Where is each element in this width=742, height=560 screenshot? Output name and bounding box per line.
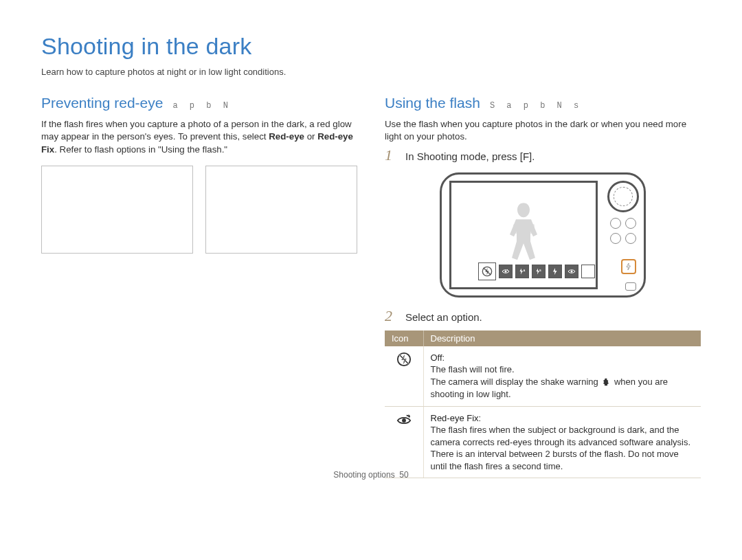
camera-screen: Auto A S (449, 181, 598, 289)
flash-redeye-fix-icon (499, 265, 513, 278)
section-heading-flash: Using the ﬂash (385, 95, 480, 111)
bold-redeye: Red-eye (269, 131, 304, 142)
flash-button-highlight (621, 259, 636, 274)
flash-off-icon (396, 352, 412, 367)
playback-button (625, 282, 636, 291)
page-subtitle: Learn how to capture photos at night or … (41, 67, 701, 77)
svg-point-9 (402, 418, 406, 423)
flash-blank-cell (581, 265, 595, 278)
mode-indicators-left: a p b N (172, 101, 231, 111)
option-line: The flash fires when the subject or back… (431, 425, 691, 447)
step-1-text: In Shooting mode, press [F]. (405, 148, 535, 163)
shake-warning-icon (600, 377, 611, 389)
redeye-fix-icon (396, 412, 412, 427)
key-f: F (523, 150, 529, 162)
para-text: or (304, 131, 317, 142)
table-header-icon: Icon (385, 331, 423, 346)
left-column: Preventing red-eye a p b N If the flash … (41, 95, 357, 478)
mode-indicators-right: S a p b N s (490, 101, 582, 111)
mode-dial (607, 181, 639, 212)
camera-illustration: Auto A S (440, 172, 646, 298)
person-silhouette-icon (504, 203, 543, 265)
right-column: Using the ﬂash S a p b N s Use the flash… (385, 95, 701, 478)
footer-page-number: 50 (399, 470, 408, 480)
step-1: 1 In Shooting mode, press [F]. (385, 148, 701, 163)
flash-redeye-icon (565, 265, 578, 278)
svg-point-2 (505, 270, 507, 272)
flash-on-icon (548, 265, 562, 278)
step-text-pre: In Shooting mode, press [ (405, 150, 523, 162)
step-number: 2 (385, 309, 397, 324)
flash-auto-icon: A (515, 265, 529, 278)
example-image-1 (41, 166, 193, 254)
example-image-2 (205, 166, 357, 254)
table-header-description: Description (423, 331, 701, 346)
redeye-paragraph: If the flash fires when you capture a ph… (41, 118, 357, 156)
option-title: Off (431, 352, 442, 363)
svg-text:S: S (539, 268, 541, 271)
step-number: 1 (385, 148, 397, 163)
table-row: Red-eye Fix: The flash fires when the su… (385, 406, 701, 478)
svg-point-5 (571, 270, 573, 272)
step-2-text: Select an option. (405, 309, 482, 324)
flash-options-strip: A S (480, 265, 595, 280)
example-thumbnails (41, 166, 357, 254)
section-heading-redeye: Preventing red-eye (41, 95, 163, 111)
row-icon-off (385, 346, 423, 406)
footer-section: Shooting options (333, 470, 394, 480)
flash-intro: Use the flash when you capture photos in… (385, 118, 701, 144)
flash-slow-icon: S (532, 265, 546, 278)
option-line: There is an interval between 2 bursts of… (431, 449, 679, 471)
control-buttons (610, 218, 636, 244)
step-2: 2 Select an option. (385, 309, 701, 324)
flash-options-table: Icon Description Off: The flash will not… (385, 331, 701, 479)
step-text-post: ]. (529, 150, 535, 162)
option-line: The flash will not fire. (431, 364, 515, 374)
option-title: Red-eye Fix (431, 413, 479, 423)
row-desc-off: Off: The flash will not fire. The camera… (423, 346, 701, 406)
para-text: . Refer to flash options in "Using the f… (54, 144, 227, 155)
flash-off-icon (478, 262, 496, 280)
table-row: Off: The flash will not fire. The camera… (385, 346, 701, 406)
page-title: Shooting in the dark (41, 33, 701, 60)
row-icon-redeye-fix (385, 406, 423, 478)
row-desc-redeye-fix: Red-eye Fix: The flash fires when the su… (423, 406, 701, 478)
svg-text:A: A (524, 268, 526, 271)
page-footer: Shooting options 50 (0, 470, 742, 480)
option-line: The camera will display the shake warnin… (431, 377, 601, 387)
